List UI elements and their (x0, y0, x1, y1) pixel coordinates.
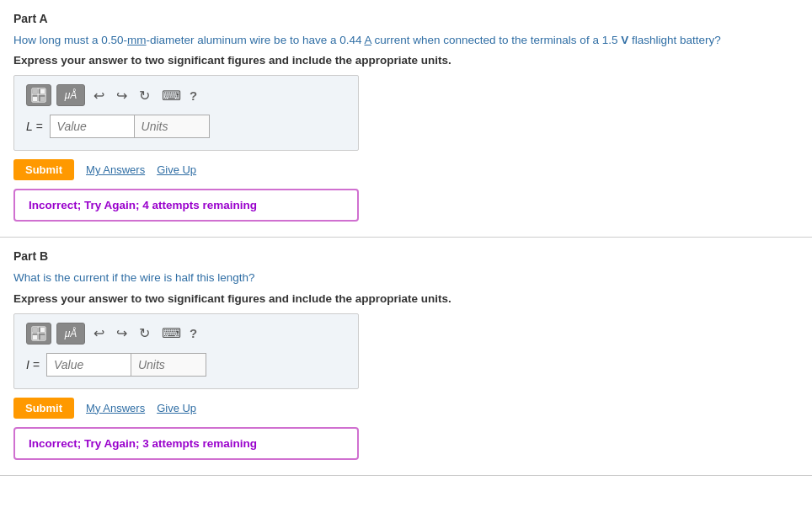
part-b-submit-button[interactable]: Submit (13, 398, 74, 419)
part-a-section: Part A How long must a 0.50-mm-diameter … (0, 0, 812, 238)
part-b-answer-box: μÅ ↩ ↪ ↻ ⌨ ? I = (13, 313, 359, 389)
part-b-redo-icon: ↪ (116, 326, 127, 340)
part-b-grid-button[interactable] (26, 323, 51, 345)
part-a-submit-button[interactable]: Submit (13, 159, 74, 180)
part-b-keyboard-icon: ⌨ (162, 326, 181, 340)
part-a-help-icon: ? (190, 88, 197, 103)
svg-rect-7 (33, 327, 37, 331)
part-a-help-button[interactable]: ? (190, 88, 197, 103)
svg-rect-9 (33, 334, 37, 339)
part-b-section: Part B What is the current if the wire i… (0, 238, 812, 475)
part-a-actions: Submit My Answers Give Up (13, 159, 799, 180)
svg-rect-10 (40, 334, 45, 339)
part-a-instruction: Express your answer to two significant f… (13, 54, 799, 67)
part-a-toolbar: μÅ ↩ ↪ ↻ ⌨ ? (26, 84, 346, 106)
part-a-underline-a: A (364, 34, 371, 46)
part-b-undo-button[interactable]: ↩ (90, 323, 108, 343)
part-b-question: What is the current if the wire is half … (13, 270, 799, 286)
part-b-refresh-icon: ↻ (139, 326, 150, 340)
part-a-underline-mm: mm (127, 34, 147, 46)
part-a-refresh-icon: ↻ (139, 88, 150, 103)
part-a-feedback: Incorrect; Try Again; 4 attempts remaini… (13, 189, 359, 222)
part-a-input-row: L = (26, 115, 346, 138)
part-b-actions: Submit My Answers Give Up (13, 398, 799, 419)
part-b-label: Part B (13, 249, 799, 263)
part-a-refresh-button[interactable]: ↻ (136, 86, 153, 105)
part-b-value-input[interactable] (46, 353, 131, 377)
svg-rect-1 (40, 89, 45, 94)
part-a-unit-button[interactable]: μÅ (56, 84, 85, 106)
part-a-grid-button[interactable] (26, 84, 51, 106)
part-a-keyboard-icon: ⌨ (162, 88, 181, 103)
part-b-eq-label: I = (26, 358, 40, 371)
part-b-my-answers-button[interactable]: My Answers (86, 402, 145, 414)
part-a-eq-label: L = (26, 120, 43, 133)
part-a-keyboard-button[interactable]: ⌨ (158, 86, 184, 105)
part-a-give-up-button[interactable]: Give Up (157, 163, 196, 176)
part-b-keyboard-button[interactable]: ⌨ (158, 323, 184, 343)
part-b-instruction: Express your answer to two significant f… (13, 292, 799, 305)
part-b-refresh-button[interactable]: ↻ (136, 323, 153, 343)
part-a-unit-label: μÅ (65, 89, 77, 101)
svg-rect-8 (40, 327, 45, 331)
part-a-my-answers-button[interactable]: My Answers (86, 163, 145, 176)
part-b-undo-icon: ↩ (93, 326, 104, 340)
part-a-redo-button[interactable]: ↪ (113, 86, 131, 105)
part-b-redo-button[interactable]: ↪ (113, 323, 131, 343)
svg-rect-3 (40, 97, 45, 101)
part-b-feedback: Incorrect; Try Again; 3 attempts remaini… (13, 427, 359, 460)
part-b-toolbar: μÅ ↩ ↪ ↻ ⌨ ? (26, 323, 346, 345)
part-b-unit-label: μÅ (65, 328, 77, 339)
svg-rect-2 (33, 97, 37, 101)
part-a-bold-v: V (621, 34, 628, 46)
part-b-help-icon: ? (190, 326, 197, 340)
part-a-redo-icon: ↪ (116, 88, 127, 103)
svg-rect-0 (33, 89, 37, 94)
part-a-undo-button[interactable]: ↩ (90, 86, 108, 105)
part-a-label: Part A (13, 12, 799, 25)
part-a-undo-icon: ↩ (93, 88, 104, 103)
part-b-units-input[interactable] (131, 353, 206, 377)
part-a-units-input[interactable] (134, 115, 210, 138)
part-b-input-row: I = (26, 353, 346, 377)
part-a-answer-box: μÅ ↩ ↪ ↻ ⌨ ? L = (13, 75, 359, 151)
part-a-value-input[interactable] (50, 115, 134, 138)
part-b-unit-button[interactable]: μÅ (56, 323, 85, 345)
part-b-give-up-button[interactable]: Give Up (157, 402, 196, 414)
part-a-question: How long must a 0.50-mm-diameter aluminu… (13, 32, 799, 49)
part-b-help-button[interactable]: ? (190, 326, 197, 340)
